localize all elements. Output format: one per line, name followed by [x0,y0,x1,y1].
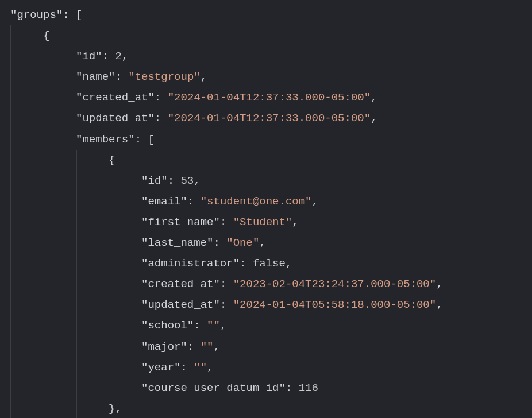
json-code-block: "groups": [ { "id": 2, "name": "testgrou… [10,5,532,418]
code-line: { [10,150,532,171]
key-school: "school" [141,319,194,332]
value-group-updated-at: "2024-01-04T12:37:33.000-05:00" [168,112,371,125]
key-major: "major" [141,340,187,353]
close-brace-comma: }, [109,402,122,415]
open-brace: { [43,29,49,42]
value-member-major: "" [201,340,214,353]
value-group-id: 2 [115,50,121,63]
value-member-email: "student@one.com" [201,195,312,208]
value-member-first-name: "Student" [233,216,292,229]
code-line: "id": 53, [10,171,532,191]
key-first-name: "first_name" [141,216,220,229]
open-bracket: [ [148,133,154,146]
open-bracket: [ [76,9,82,21]
value-member-year: "" [194,361,207,374]
code-line: "id": 2, [10,46,532,67]
code-line: "groups": [ [10,5,532,25]
key-groups: "groups" [10,9,63,21]
key-last-name: "last_name" [141,237,213,249]
key-course-user-datum-id: "course_user_datum_id" [141,382,286,394]
code-line: "email": "student@one.com", [10,191,532,212]
value-member-updated-at: "2024-01-04T05:58:18.000-05:00" [233,299,436,311]
code-line: }, [10,398,532,418]
key-created-at: "created_at" [141,278,220,291]
code-line: "name": "testgroup", [10,67,532,87]
code-line: "updated_at": "2024-01-04T12:37:33.000-0… [10,108,532,129]
value-group-name: "testgroup" [128,71,200,83]
key-email: "email" [141,195,187,208]
code-line: "created_at": "2024-01-04T12:37:33.000-0… [10,87,532,108]
code-line: "first_name": "Student", [10,212,532,233]
value-member-school: "" [207,319,220,332]
value-member-id: 53 [180,175,194,187]
code-line: "last_name": "One", [10,233,532,253]
code-line: "administrator": false, [10,253,532,274]
code-line: "created_at": "2023-02-04T23:24:37.000-0… [10,274,532,295]
code-line: "members": [ [10,129,532,150]
open-brace: { [109,154,115,167]
colon: : [63,9,76,21]
code-line: "school": "", [10,315,532,336]
key-year: "year" [141,361,180,374]
value-member-last-name: "One" [226,237,259,249]
key-updated-at: "updated_at" [76,112,155,125]
code-line: "year": "", [10,357,532,378]
key-created-at: "created_at" [76,91,155,104]
code-line: "updated_at": "2024-01-04T05:58:18.000-0… [10,295,532,315]
value-member-course-user-datum-id: 116 [299,382,318,394]
key-updated-at: "updated_at" [141,299,220,311]
key-name: "name" [76,71,115,83]
value-member-created-at: "2023-02-04T23:24:37.000-05:00" [233,278,436,291]
key-members: "members" [76,133,135,146]
key-id: "id" [141,175,168,187]
code-line: "course_user_datum_id": 116 [10,378,532,398]
key-id: "id" [76,50,102,63]
value-member-administrator: false [253,257,286,270]
key-administrator: "administrator" [141,257,240,270]
value-group-created-at: "2024-01-04T12:37:33.000-05:00" [168,91,371,104]
code-line: "major": "", [10,336,532,357]
code-line: { [10,25,532,46]
